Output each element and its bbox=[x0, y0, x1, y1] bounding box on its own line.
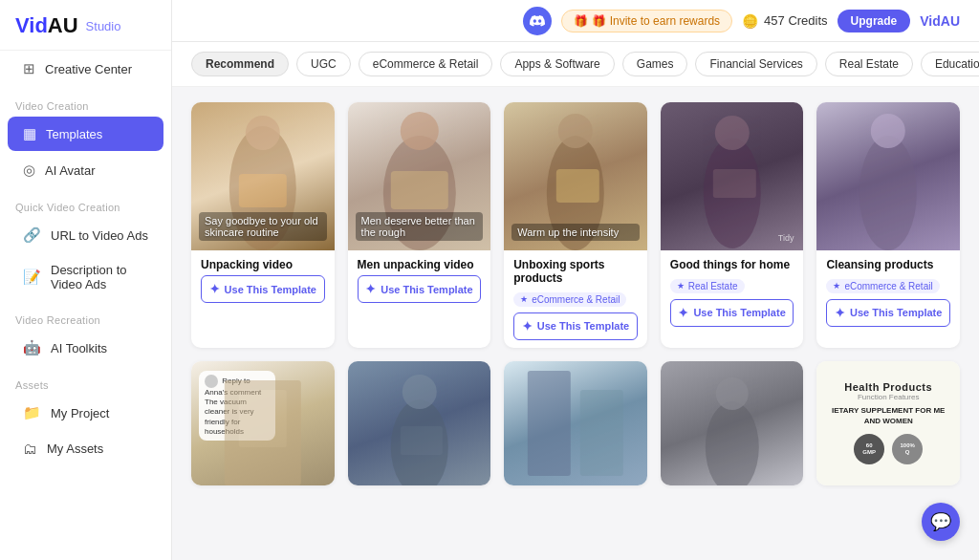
plus-icon-4: ✦ bbox=[678, 306, 688, 320]
health-sub: Function Features bbox=[858, 393, 919, 401]
description-icon: 📝 bbox=[23, 269, 41, 286]
svg-rect-20 bbox=[580, 390, 623, 476]
tag-star-3: ★ bbox=[520, 294, 528, 304]
card-2-use-btn[interactable]: ✦ Use This Template bbox=[358, 275, 482, 303]
health-title: Health Products bbox=[844, 381, 932, 393]
svg-point-17 bbox=[402, 375, 436, 409]
logo-text: VidAU bbox=[15, 13, 78, 38]
use-template-label-3: Use This Template bbox=[537, 320, 629, 332]
desc-video-label: Description to Video Ads bbox=[51, 263, 148, 291]
svg-rect-2 bbox=[239, 174, 287, 207]
credits-coin-icon: 🪙 bbox=[742, 13, 758, 29]
tag-label-4: Real Estate bbox=[688, 281, 738, 291]
plus-icon-1: ✦ bbox=[209, 282, 220, 296]
filter-tab-ugc[interactable]: UGC bbox=[296, 52, 351, 76]
card-5-use-btn[interactable]: ✦ Use This Template bbox=[826, 299, 950, 327]
gmp-badge: 60GMP bbox=[854, 434, 884, 464]
filter-tab-ecommerce[interactable]: eCommerce & Retail bbox=[359, 52, 493, 76]
card-1-use-btn[interactable]: ✦ Use This Template bbox=[201, 275, 325, 303]
svg-rect-5 bbox=[390, 171, 447, 209]
card-thumb-5 bbox=[816, 102, 960, 250]
supplement-text: IETARY SUPPLEMENT FOR ME AND WOMEN bbox=[824, 405, 952, 426]
filter-tab-real-estate[interactable]: Real Estate bbox=[825, 52, 913, 76]
section-label-quick-video: Quick Video Creation bbox=[0, 188, 171, 217]
template-card-6[interactable]: Reply to Anna's comment The vacuum clean… bbox=[191, 361, 335, 485]
template-card-5[interactable]: Cleansing products ★ eCommerce & Retail … bbox=[816, 102, 960, 348]
toolkits-icon: 🤖 bbox=[23, 339, 41, 356]
template-card-9[interactable] bbox=[661, 361, 804, 485]
card-3-tag: ★ eCommerce & Retail bbox=[513, 292, 626, 307]
svg-rect-15 bbox=[239, 390, 287, 447]
card-4-tidy: Tidy bbox=[778, 233, 794, 243]
sidebar-item-templates[interactable]: ▦ Templates bbox=[8, 117, 163, 151]
section-label-video-creation: Video Creation bbox=[0, 87, 171, 116]
filter-tab-financial[interactable]: Financial Services bbox=[695, 52, 816, 76]
card-4-info: Good things for home ★ Real Estate ✦ Use… bbox=[661, 250, 804, 334]
my-assets-label: My Assets bbox=[47, 442, 103, 456]
logo-au: AU bbox=[48, 13, 78, 37]
plus-icon-3: ✦ bbox=[522, 319, 533, 334]
plus-icon-5: ✦ bbox=[835, 306, 845, 320]
filter-tab-recommend[interactable]: Recommend bbox=[191, 52, 289, 76]
chat-support-button[interactable]: 💬 bbox=[922, 503, 960, 541]
sidebar-item-ai-toolkits[interactable]: 🤖 AI Toolkits bbox=[8, 331, 163, 365]
template-card-3[interactable]: Warm up the intensity Unboxing sports pr… bbox=[504, 102, 647, 348]
template-card-2[interactable]: Men deserve better than the rough Men un… bbox=[348, 102, 491, 348]
svg-rect-8 bbox=[556, 169, 599, 203]
card-thumb-6: Reply to Anna's comment The vacuum clean… bbox=[191, 361, 335, 485]
invite-button[interactable]: 🎁 🎁 Invite to earn rewards bbox=[561, 10, 732, 32]
svg-point-12 bbox=[859, 136, 917, 250]
upgrade-button[interactable]: Upgrade bbox=[838, 10, 911, 32]
logo-vid: Vid bbox=[15, 13, 48, 37]
svg-point-4 bbox=[400, 112, 438, 150]
tag-label-3: eCommerce & Retail bbox=[532, 294, 620, 305]
plus-icon-2: ✦ bbox=[365, 282, 376, 296]
assets-icon: 🗂 bbox=[23, 441, 37, 457]
template-card-10[interactable]: Health Products Function Features IETARY… bbox=[816, 361, 960, 485]
card-thumb-1: Say goodbye to your old skincare routine bbox=[191, 102, 335, 250]
sidebar-item-my-assets[interactable]: 🗂 My Assets bbox=[8, 432, 163, 465]
card-3-title: Unboxing sports products bbox=[513, 258, 638, 285]
invite-icon: 🎁 bbox=[574, 14, 588, 28]
logo-studio: Studio bbox=[86, 19, 121, 33]
template-card-1[interactable]: Say goodbye to your old skincare routine… bbox=[191, 102, 335, 348]
section-label-assets: Assets bbox=[0, 366, 171, 395]
card-3-use-btn[interactable]: ✦ Use This Template bbox=[513, 312, 638, 340]
header: 🎁 🎁 Invite to earn rewards 🪙 457 Credits… bbox=[172, 0, 979, 42]
template-card-7[interactable] bbox=[348, 361, 491, 485]
filter-tab-apps[interactable]: Apps & Software bbox=[500, 52, 614, 76]
tag-label-5: eCommerce & Retail bbox=[844, 281, 932, 291]
template-grid: Say goodbye to your old skincare routine… bbox=[191, 102, 960, 485]
card-4-use-btn[interactable]: ✦ Use This Template bbox=[670, 299, 794, 327]
template-grid-area: Say goodbye to your old skincare routine… bbox=[172, 87, 979, 560]
sidebar-item-url-to-video[interactable]: 🔗 URL to Video Ads bbox=[8, 218, 163, 252]
card-4-title: Good things for home bbox=[670, 258, 794, 271]
grid-icon: ⊞ bbox=[23, 60, 35, 77]
discord-icon[interactable] bbox=[523, 7, 552, 35]
link-icon: 🔗 bbox=[23, 226, 41, 244]
card-thumb-2: Men deserve better than the rough bbox=[348, 102, 491, 250]
card-3-info: Unboxing sports products ★ eCommerce & R… bbox=[504, 250, 647, 348]
card-2-info: Men unpacking video ✦ Use This Template bbox=[348, 250, 491, 311]
use-template-label-2: Use This Template bbox=[381, 284, 472, 295]
card-1-overlay: Say goodbye to your old skincare routine bbox=[199, 212, 327, 241]
svg-rect-18 bbox=[400, 426, 442, 455]
filter-tab-education[interactable]: Education bbox=[921, 52, 979, 76]
filter-tab-games[interactable]: Games bbox=[622, 52, 688, 76]
sidebar-item-ai-avatar[interactable]: ◎ AI Avatar bbox=[8, 153, 163, 187]
card-thumb-9 bbox=[661, 361, 804, 485]
card-5-tag: ★ eCommerce & Retail bbox=[826, 279, 939, 293]
tag-star-4: ★ bbox=[677, 281, 685, 291]
template-card-4[interactable]: Tidy Good things for home ★ Real Estate … bbox=[661, 102, 804, 348]
sidebar-item-creative-center[interactable]: ⊞ Creative Center bbox=[8, 52, 163, 86]
sidebar-item-my-project[interactable]: 📁 My Project bbox=[8, 396, 163, 430]
sidebar-item-desc-to-video[interactable]: 📝 Description to Video Ads bbox=[8, 254, 163, 300]
svg-point-10 bbox=[715, 116, 750, 150]
card-thumb-3: Warm up the intensity bbox=[504, 102, 647, 250]
credits-area: 🪙 457 Credits bbox=[742, 13, 827, 29]
svg-point-7 bbox=[558, 114, 593, 148]
header-brand[interactable]: VidAU bbox=[920, 13, 960, 29]
template-card-8[interactable] bbox=[504, 361, 647, 485]
card-thumb-10: Health Products Function Features IETARY… bbox=[816, 361, 960, 485]
svg-point-1 bbox=[246, 116, 280, 150]
